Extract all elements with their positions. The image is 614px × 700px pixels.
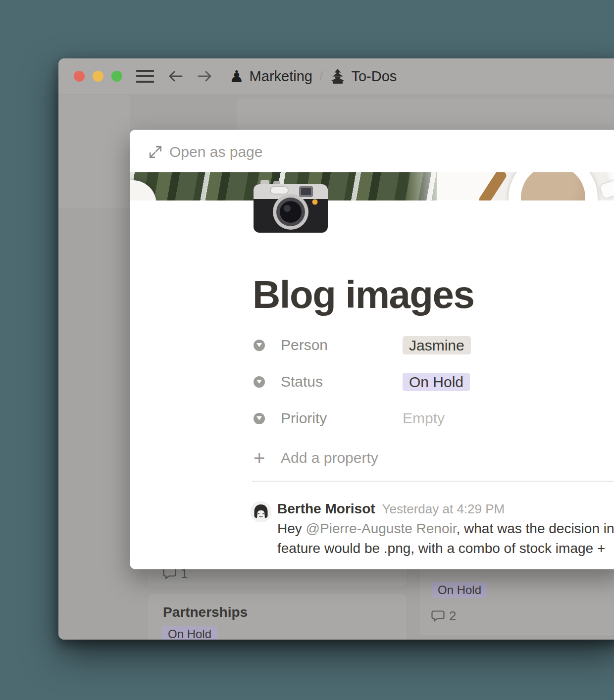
add-property-label: Add a property bbox=[281, 450, 378, 466]
comment-author-name: Berthe Morisot bbox=[277, 501, 375, 517]
forward-button[interactable] bbox=[197, 69, 213, 83]
comment-count: 2 bbox=[431, 608, 456, 624]
comment-text-line-2: feature would be .png, with a combo of s… bbox=[277, 541, 614, 556]
comment-bubble-icon bbox=[431, 610, 445, 622]
chevron-down-circle-icon[interactable] bbox=[254, 340, 265, 351]
breadcrumb: ♟ Marketing / To-Dos bbox=[229, 68, 397, 85]
card-title: Partnerships bbox=[163, 604, 248, 620]
cover-coffee bbox=[521, 172, 585, 200]
breadcrumb-item-todos[interactable]: To-Dos bbox=[330, 68, 397, 85]
minimize-window-button[interactable] bbox=[93, 71, 103, 82]
open-as-page-label: Open as page bbox=[169, 144, 262, 160]
comment-timestamp: Yesterday at 4:29 PM bbox=[382, 501, 505, 517]
property-row-priority: Priority Empty bbox=[254, 407, 614, 429]
sidebar-menu-icon[interactable] bbox=[136, 70, 154, 83]
window-titlebar: ♟ Marketing / To-Dos bbox=[58, 58, 614, 94]
property-row-person: Person Jasmine bbox=[254, 334, 614, 356]
close-window-button[interactable] bbox=[74, 71, 85, 82]
back-button[interactable] bbox=[167, 69, 184, 83]
comment-count-value: 2 bbox=[449, 608, 456, 624]
plus-icon: + bbox=[254, 448, 268, 468]
section-divider bbox=[252, 481, 614, 482]
property-value-empty[interactable]: Empty bbox=[403, 410, 445, 427]
property-name[interactable]: Person bbox=[281, 337, 403, 353]
japanese-castle-icon bbox=[330, 68, 346, 84]
property-value-status-chip[interactable]: On Hold bbox=[403, 373, 470, 391]
page-cover-image[interactable] bbox=[130, 172, 614, 200]
status-badge: On Hold bbox=[432, 582, 487, 598]
cover-fade bbox=[407, 172, 466, 200]
property-name[interactable]: Priority bbox=[281, 410, 403, 427]
comment-text: , what was the decision in bbox=[456, 521, 614, 536]
dimmed-board-block bbox=[237, 99, 614, 130]
breadcrumb-label: Marketing bbox=[250, 68, 312, 85]
open-as-page-button[interactable]: Open as page bbox=[149, 144, 262, 160]
user-mention[interactable]: @Pierre-Auguste Renoir bbox=[306, 521, 457, 536]
comment-text: Hey bbox=[277, 521, 306, 536]
page-title[interactable]: Blog images bbox=[253, 272, 474, 317]
arrow-left-icon bbox=[167, 69, 184, 83]
breadcrumb-item-marketing[interactable]: ♟ Marketing bbox=[229, 68, 312, 85]
property-name[interactable]: Status bbox=[281, 373, 403, 390]
board-card-partnerships[interactable]: Partnerships On Hold bbox=[149, 594, 406, 640]
arrow-right-icon bbox=[197, 69, 213, 83]
property-row-status: Status On Hold bbox=[254, 371, 614, 393]
status-badge: On Hold bbox=[162, 626, 217, 640]
property-value-person-chip[interactable]: Jasmine bbox=[403, 336, 471, 354]
dimmed-board-block bbox=[58, 95, 130, 208]
modal-header: Open as page bbox=[130, 130, 614, 172]
traffic-lights bbox=[74, 71, 122, 82]
comment-author-avatar bbox=[251, 502, 271, 522]
chess-pawn-icon: ♟ bbox=[229, 68, 244, 85]
zoom-window-button[interactable] bbox=[111, 71, 122, 82]
breadcrumb-label: To-Dos bbox=[351, 68, 397, 85]
page-preview-modal: Open as page Blog images bbox=[130, 130, 614, 569]
expand-icon bbox=[149, 145, 162, 159]
comment-text-line-1: Hey @Pierre-Auguste Renoir, what was the… bbox=[277, 521, 614, 537]
add-property-button[interactable]: + Add a property bbox=[254, 448, 378, 468]
comment-header: Berthe Morisot Yesterday at 4:29 PM bbox=[277, 501, 505, 517]
page-icon-camera-emoji[interactable] bbox=[254, 180, 328, 233]
breadcrumb-separator: / bbox=[319, 69, 323, 84]
chevron-down-circle-icon[interactable] bbox=[254, 376, 265, 388]
chevron-down-circle-icon[interactable] bbox=[254, 413, 265, 424]
app-root: { "window": { "breadcrumb": { "item1": "… bbox=[0, 0, 614, 700]
